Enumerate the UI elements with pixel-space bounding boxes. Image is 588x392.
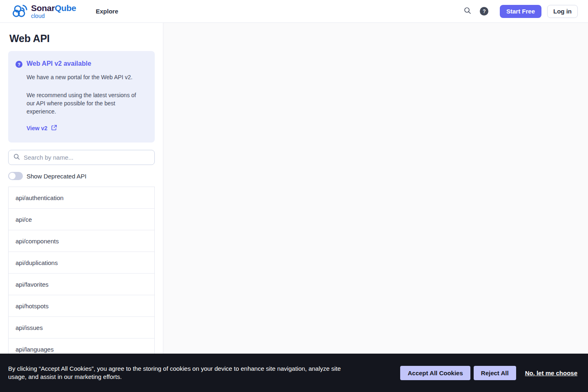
nav-item-explore[interactable]: Explore [96,8,118,15]
sonarqube-cloud-logo[interactable]: SonarQube cloud [11,3,76,20]
help-icon: ? [480,7,488,16]
banner-text-line2: We recommend using the latest versions o… [27,91,147,116]
web-api-v2-banner: ? Web API v2 available We have a new por… [8,51,155,143]
accept-all-cookies-button[interactable]: Accept All Cookies [400,366,470,380]
help-button[interactable]: ? [478,5,491,18]
list-item[interactable]: api/hotspots [9,295,154,317]
banner-title: Web API v2 available [27,60,147,67]
search-input[interactable] [24,154,149,161]
top-header: SonarQube cloud Explore ? Start Free Log… [0,0,588,23]
sonarqube-web-api-page: SonarQube cloud Explore ? Start Free Log… [0,0,588,392]
cookie-consent-banner: By clicking “Accept All Cookies”, you ag… [0,354,588,392]
login-button[interactable]: Log in [547,5,578,18]
reject-all-button[interactable]: Reject All [474,366,516,380]
search-icon [464,7,471,16]
show-deprecated-toggle[interactable] [8,172,23,180]
list-item[interactable]: api/favorites [9,274,154,295]
search-button[interactable] [461,5,474,18]
banner-text-line1: We have a new portal for the Web API v2. [27,73,147,81]
list-item[interactable]: api/issues [9,317,154,339]
question-mark-icon: ? [16,61,22,68]
search-icon [13,154,20,162]
let-me-choose-link[interactable]: No, let me choose [525,370,577,376]
list-item[interactable]: api/authentication [9,187,154,209]
toggle-knob [9,173,16,179]
main-nav: Explore [96,8,118,15]
page-title: Web API [9,33,155,45]
api-sidebar: Web API ? Web API v2 available We have a… [0,23,163,392]
content-area [163,23,588,392]
list-item[interactable]: api/ce [9,209,154,230]
cloud-sonar-logo-icon [11,3,28,20]
cookie-message: By clicking “Accept All Cookies”, you ag… [8,365,348,381]
list-item[interactable]: api/components [9,230,154,252]
logo-wordmark: SonarQube [31,4,76,12]
toggle-label: Show Deprecated API [27,173,87,180]
logo-cloud-label: cloud [31,13,76,19]
api-search-box [8,150,155,165]
api-list: api/authenticationapi/ceapi/componentsap… [8,187,155,382]
external-link-icon [51,125,57,132]
view-v2-link[interactable]: View v2 [27,125,57,132]
start-free-button[interactable]: Start Free [500,5,541,18]
list-item[interactable]: api/duplications [9,252,154,274]
